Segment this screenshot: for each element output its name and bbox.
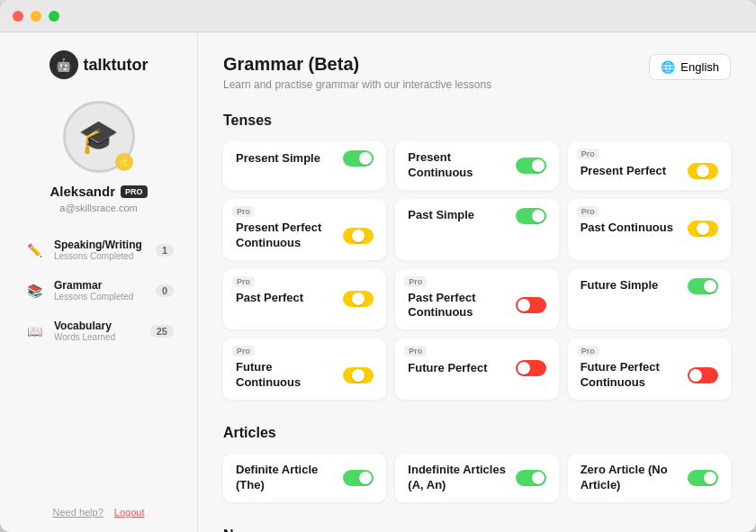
nav-items: ✏️ Speaking/Writing Lessons Completed 1 … (0, 231, 197, 496)
nav-label-speaking: Speaking/Writing (54, 239, 147, 251)
articles-grid: Definite Article (The) Indefinite Articl… (223, 454, 731, 502)
toggle-present-continuous[interactable] (516, 158, 546, 174)
card-past-perfect[interactable]: Pro Past Perfect (223, 269, 386, 330)
logout-link[interactable]: Logout (114, 507, 145, 518)
nav-sublabel-grammar: Lessons Completed (54, 292, 147, 302)
close-button[interactable] (13, 11, 23, 22)
articles-section-title: Articles (223, 425, 731, 441)
tenses-section-title: Tenses (223, 113, 731, 129)
card-label-future-continuous: Future Continuous (236, 360, 336, 391)
toggle-present-perfect[interactable] (688, 163, 718, 179)
toggle-past-simple[interactable] (516, 208, 546, 224)
nav-count-grammar: 0 (156, 284, 174, 297)
toggle-future-perfect[interactable] (516, 360, 546, 376)
card-definite-article[interactable]: Definite Article (The) (223, 454, 386, 502)
nav-label-grammar: Grammar (54, 279, 147, 292)
avatar-badge: ⭐ (115, 153, 133, 171)
page-title: Grammar (Beta) (223, 54, 491, 75)
toggle-fpc[interactable] (688, 367, 718, 383)
pro-label-future-perf: Pro (404, 346, 427, 356)
maximize-button[interactable] (49, 11, 59, 22)
nav-text-vocabulary: Vocabulary Words Learned (54, 320, 141, 342)
card-present-perfect-continuous[interactable]: Pro Present Perfect Continuous (223, 199, 386, 260)
card-zero-article[interactable]: Zero Article (No Article) (568, 454, 731, 502)
page-header: Grammar (Beta) Learn and practise gramma… (223, 54, 731, 91)
username-text: Aleksandr (50, 184, 115, 199)
content-area: 🤖 talktutor 🎓 ⭐ Aleksandr PRO a@skillsra… (0, 32, 756, 532)
nav-text-speaking: Speaking/Writing Lessons Completed (54, 239, 147, 261)
main-content: Grammar (Beta) Learn and practise gramma… (198, 32, 756, 532)
card-present-simple[interactable]: Present Simple (223, 141, 386, 190)
pro-label-fpc: Pro (577, 346, 599, 356)
app-window: 🤖 talktutor 🎓 ⭐ Aleksandr PRO a@skillsra… (0, 0, 756, 532)
card-label-future-simple: Future Simple (580, 278, 659, 293)
card-future-continuous[interactable]: Pro Future Continuous (223, 338, 386, 400)
sidebar-footer: Need help? Logout (39, 496, 159, 518)
toggle-zero[interactable] (688, 470, 718, 486)
logo: 🤖 talktutor (50, 50, 148, 79)
user-email: a@skillsrace.com (59, 203, 137, 213)
card-label-fpc: Future Perfect Continuous (580, 360, 680, 391)
avatar-emoji: 🎓 (78, 118, 119, 156)
grammar-icon: 📚 (23, 280, 45, 302)
page-header-text: Grammar (Beta) Learn and practise gramma… (223, 54, 491, 91)
card-label-past-continuous: Past Continuous (580, 221, 673, 236)
titlebar (0, 0, 756, 32)
toggle-past-perfect[interactable] (343, 291, 374, 307)
card-present-perfect[interactable]: Pro Present Perfect (568, 141, 731, 190)
card-indefinite-article[interactable]: Indefinite Articles (A, An) (395, 454, 558, 502)
card-label-zero: Zero Article (No Article) (580, 463, 680, 493)
card-past-continuous[interactable]: Pro Past Continuous (568, 199, 731, 260)
card-label-ppc: Present Perfect Continuous (236, 221, 336, 251)
card-past-simple[interactable]: Past Simple (395, 199, 558, 260)
pro-label-ppcont: Pro (404, 276, 427, 287)
toggle-definite[interactable] (343, 470, 374, 486)
language-button[interactable]: 🌐 English (649, 54, 731, 80)
card-future-perfect[interactable]: Pro Future Perfect (395, 338, 558, 400)
toggle-future-continuous[interactable] (343, 367, 374, 383)
sidebar: 🤖 talktutor 🎓 ⭐ Aleksandr PRO a@skillsra… (0, 32, 198, 532)
logo-icon-symbol: 🤖 (56, 58, 71, 72)
sidebar-item-vocabulary[interactable]: 📖 Vocabulary Words Learned 25 (14, 312, 183, 349)
nav-sublabel-vocabulary: Words Learned (54, 332, 141, 342)
pro-label-ppc: Pro (232, 206, 255, 217)
pro-label-past-perfect: Pro (232, 276, 255, 287)
toggle-future-simple[interactable] (688, 278, 718, 294)
avatar-container: 🎓 ⭐ (63, 101, 135, 173)
nav-sublabel-speaking: Lessons Completed (54, 251, 147, 261)
card-past-perfect-continuous[interactable]: Pro Past Perfect Continuous (395, 269, 558, 330)
card-label-indefinite: Indefinite Articles (A, An) (408, 463, 508, 493)
toggle-indefinite[interactable] (516, 470, 546, 486)
card-label-ppcont: Past Perfect Continuous (408, 291, 508, 321)
help-link[interactable]: Need help? (53, 507, 104, 518)
username-row: Aleksandr PRO (50, 184, 147, 199)
tenses-grid: Present Simple Present Continuous Pro Pr… (223, 141, 731, 400)
card-label-past-perfect: Past Perfect (236, 291, 303, 306)
vocabulary-icon: 📖 (23, 320, 45, 342)
lang-label: English (680, 60, 719, 74)
toggle-ppcont[interactable] (516, 297, 546, 313)
card-label-future-perfect: Future Perfect (408, 361, 487, 376)
card-label-present-perfect: Present Perfect (580, 164, 666, 179)
card-present-continuous[interactable]: Present Continuous (395, 141, 558, 190)
nouns-section-title: Nouns (223, 527, 731, 532)
page-subtitle: Learn and practise grammar with our inte… (223, 78, 491, 91)
nav-count-vocabulary: 25 (150, 325, 174, 338)
card-future-perfect-continuous[interactable]: Pro Future Perfect Continuous (568, 338, 731, 400)
sidebar-item-grammar[interactable]: 📚 Grammar Lessons Completed 0 (14, 272, 183, 309)
toggle-present-simple[interactable] (343, 150, 374, 167)
minimize-button[interactable] (31, 11, 41, 22)
sidebar-item-speaking-writing[interactable]: ✏️ Speaking/Writing Lessons Completed 1 (14, 231, 183, 268)
logo-text: talktutor (84, 56, 148, 75)
nav-label-vocabulary: Vocabulary (54, 320, 141, 332)
toggle-ppc[interactable] (343, 228, 374, 244)
pro-label-future-cont: Pro (232, 346, 255, 356)
flag-icon: 🌐 (661, 60, 675, 74)
toggle-past-continuous[interactable] (688, 221, 718, 237)
pro-badge: PRO (121, 185, 148, 198)
nav-count-speaking: 1 (156, 244, 174, 257)
pro-label-past-continuous: Pro (577, 206, 599, 217)
badge-icon: ⭐ (119, 158, 130, 167)
card-future-simple[interactable]: Future Simple (568, 269, 731, 330)
card-label-definite: Definite Article (The) (236, 463, 336, 493)
